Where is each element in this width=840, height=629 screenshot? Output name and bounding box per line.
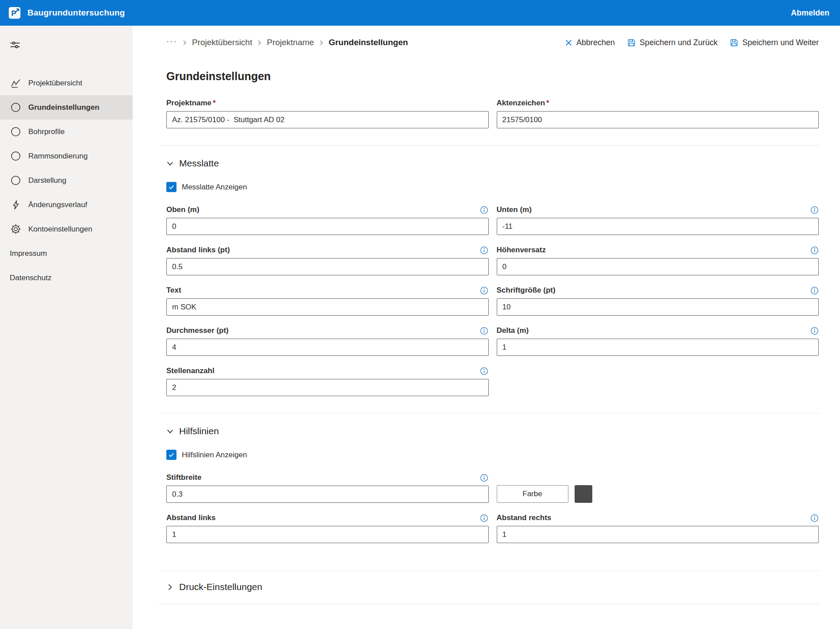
- field-unten: Unten (m): [497, 205, 819, 235]
- farbe-button[interactable]: Farbe: [497, 485, 568, 503]
- app-window: P Baugrunduntersuchung Abmelden: [0, 0, 840, 629]
- required-mark: *: [213, 99, 216, 107]
- cancel-button[interactable]: Abbrechen: [565, 38, 615, 47]
- field-label: Unten (m): [497, 205, 532, 214]
- field-label: Stellenanzahl: [166, 367, 215, 375]
- projektname-input[interactable]: [166, 111, 489, 128]
- section-messlatte: Messlatte Messlatte Anzeigen: [159, 145, 819, 407]
- sidebar-item-label: Änderungsverlauf: [28, 201, 87, 209]
- save-icon: [627, 39, 636, 47]
- info-icon[interactable]: [480, 205, 489, 214]
- field-hoehenversatz: Höhenversatz: [497, 246, 819, 275]
- topbar: P Baugrunduntersuchung Abmelden: [0, 0, 840, 26]
- breadcrumb-projektname[interactable]: Projektname: [267, 38, 314, 47]
- info-icon[interactable]: [810, 513, 819, 522]
- abstand-links-input[interactable]: [166, 526, 489, 543]
- abstand-links-pt-input[interactable]: [166, 258, 489, 275]
- unten-input[interactable]: [497, 218, 819, 235]
- oben-input[interactable]: [166, 218, 489, 235]
- sidebar-item-darstellung[interactable]: Darstellung: [0, 168, 133, 193]
- sidebar-item-aenderungsverlauf[interactable]: Änderungsverlauf: [0, 193, 133, 217]
- druck-section-header[interactable]: Druck-Einstellungen: [159, 582, 819, 592]
- sidebar-item-label: Bohrprofile: [28, 127, 65, 136]
- info-icon[interactable]: [480, 246, 489, 255]
- chevron-right-icon: [318, 40, 324, 46]
- field-label: Abstand links (pt): [166, 246, 230, 255]
- field-oben: Oben (m): [166, 205, 489, 235]
- sidebar-item-projektuebersicht[interactable]: Projektübersicht: [0, 71, 133, 95]
- menu-toggle-icon[interactable]: [9, 37, 25, 53]
- svg-text:P: P: [12, 9, 16, 18]
- circle-icon: [10, 126, 22, 138]
- schriftgroesse-input[interactable]: [497, 298, 819, 316]
- field-schriftgroesse: Schriftgröße (pt): [497, 286, 819, 316]
- info-icon[interactable]: [480, 473, 489, 482]
- section-druck-einstellungen: Druck-Einstellungen: [159, 571, 819, 604]
- app-title: Baugrunduntersuchung: [27, 8, 125, 18]
- stellenanzahl-input[interactable]: [166, 379, 489, 396]
- stiftbreite-input[interactable]: [166, 486, 489, 503]
- sidebar-item-grundeinstellungen[interactable]: Grundeinstellungen: [0, 95, 133, 120]
- sidebar-item-label: Datenschutz: [10, 274, 52, 282]
- field-label: Schriftgröße (pt): [497, 286, 556, 295]
- logout-button[interactable]: Abmelden: [791, 8, 829, 18]
- field-label: Höhenversatz: [497, 246, 546, 255]
- sidebar-item-bohrprofile[interactable]: Bohrprofile: [0, 120, 133, 144]
- field-projektname: Projektname*: [166, 99, 489, 128]
- info-icon[interactable]: [480, 286, 489, 295]
- info-icon[interactable]: [810, 326, 819, 335]
- sidebar-item-label: Darstellung: [28, 176, 66, 185]
- info-icon[interactable]: [480, 326, 489, 335]
- field-stiftbreite: Stiftbreite: [166, 473, 489, 503]
- hilfslinien-section-header[interactable]: Hilfslinien: [159, 426, 819, 436]
- text-input[interactable]: [166, 298, 489, 316]
- farbe-color-swatch[interactable]: [575, 485, 592, 503]
- section-title: Hilfslinien: [179, 426, 219, 436]
- info-icon[interactable]: [810, 286, 819, 295]
- sidebar-nav: Projektübersicht Grundeinstellungen Bohr…: [0, 71, 133, 290]
- required-mark: *: [546, 99, 549, 107]
- messlatte-anzeigen-checkbox[interactable]: Messlatte Anzeigen: [166, 182, 819, 192]
- circle-icon: [10, 101, 22, 113]
- delta-input[interactable]: [497, 339, 819, 356]
- chevron-right-icon: [257, 40, 262, 46]
- sidebar-item-datenschutz[interactable]: Datenschutz: [0, 266, 133, 290]
- breadcrumb-overflow-button[interactable]: ···: [166, 36, 177, 49]
- sidebar-item-label: Grundeinstellungen: [28, 103, 100, 112]
- breadcrumb-projektuebersicht[interactable]: Projektübersicht: [192, 38, 252, 47]
- circle-icon: [10, 150, 22, 162]
- abstand-rechts-input[interactable]: [497, 526, 819, 543]
- field-label: Abstand links: [166, 513, 215, 522]
- info-icon[interactable]: [810, 205, 819, 214]
- save-back-button[interactable]: Speichern und Zurück: [627, 38, 717, 47]
- sidebar-item-kontoeinstellungen[interactable]: Kontoeinstellungen: [0, 217, 133, 241]
- hoehenversatz-input[interactable]: [497, 258, 819, 275]
- info-icon[interactable]: [810, 246, 819, 255]
- field-label: Projektname*: [166, 99, 216, 108]
- aktenzeichen-input[interactable]: [497, 111, 819, 128]
- field-label: Aktenzeichen*: [497, 99, 549, 108]
- info-icon[interactable]: [480, 513, 489, 522]
- sidebar-item-impressum[interactable]: Impressum: [0, 241, 133, 266]
- sidebar-item-rammsondierung[interactable]: Rammsondierung: [0, 144, 133, 168]
- field-delta: Delta (m): [497, 326, 819, 356]
- gear-icon: [10, 223, 22, 235]
- checkbox-checked-icon: [166, 182, 176, 192]
- chevron-down-icon: [166, 160, 174, 167]
- save-next-button[interactable]: Speichern und Weiter: [730, 38, 819, 47]
- field-stellenanzahl: Stellenanzahl: [166, 367, 489, 396]
- command-bar: Abbrechen Speichern und Zurück: [565, 38, 819, 47]
- durchmesser-input[interactable]: [166, 339, 489, 356]
- hilfslinien-anzeigen-checkbox[interactable]: Hilfslinien Anzeigen: [166, 450, 819, 460]
- page-title: Grundeinstellungen: [166, 70, 819, 83]
- farbe-cell: Farbe: [497, 473, 819, 503]
- sidebar-item-label: Projektübersicht: [28, 79, 82, 88]
- field-label: Oben (m): [166, 205, 199, 214]
- sidebar-item-label: Impressum: [10, 249, 47, 258]
- chevron-right-icon: [166, 583, 174, 591]
- info-icon[interactable]: [480, 367, 489, 375]
- field-label: Abstand rechts: [497, 513, 552, 522]
- messlatte-section-header[interactable]: Messlatte: [159, 158, 819, 169]
- field-durchmesser: Durchmesser (pt): [166, 326, 489, 356]
- save-icon: [730, 39, 738, 47]
